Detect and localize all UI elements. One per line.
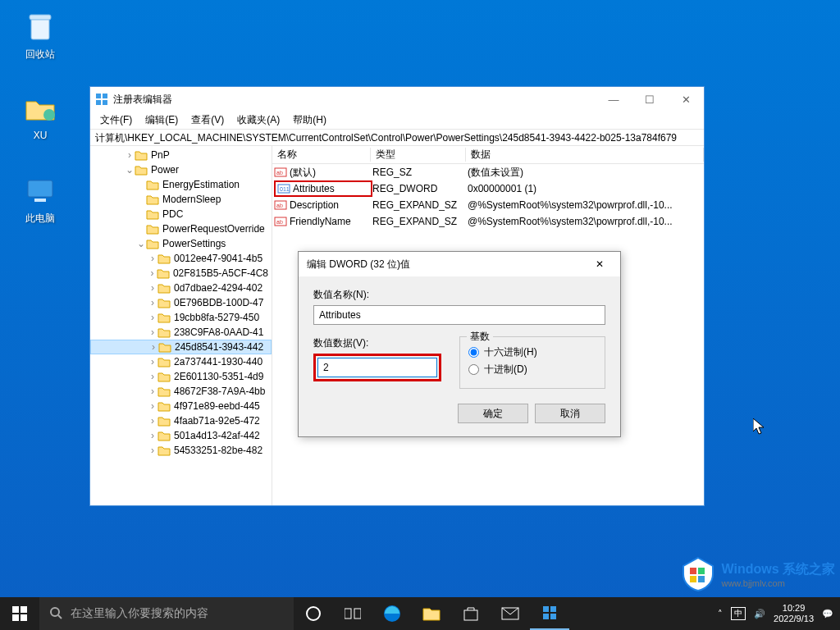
- tree-node[interactable]: ›54533251-82be-482: [90, 443, 272, 458]
- tree-twisty[interactable]: ›: [148, 312, 158, 323]
- tree-twisty[interactable]: ⌄: [136, 238, 146, 249]
- menu-view[interactable]: 查看(V): [186, 112, 229, 129]
- maximize-button[interactable]: ☐: [632, 87, 668, 112]
- store-icon[interactable]: [451, 597, 491, 630]
- tree-node[interactable]: ›48672F38-7A9A-4bb: [90, 384, 272, 399]
- radio-hex-input[interactable]: [468, 347, 479, 358]
- tree-twisty[interactable]: ›: [148, 253, 158, 264]
- tree-node[interactable]: ›02F815B5-A5CF-4C8: [90, 266, 272, 281]
- tree-node[interactable]: ModernSleep: [90, 192, 272, 207]
- tree-twisty[interactable]: ›: [148, 386, 158, 397]
- tree-twisty[interactable]: ›: [148, 282, 158, 294]
- tree-node[interactable]: ›2E601130-5351-4d9: [90, 369, 272, 384]
- value-data-input[interactable]: [317, 358, 437, 377]
- radio-hex[interactable]: 十六进制(H): [468, 345, 596, 359]
- tray-chevron-icon[interactable]: ˄: [718, 609, 723, 619]
- tree-node[interactable]: ›501a4d13-42af-442: [90, 428, 272, 443]
- close-button[interactable]: ✕: [668, 87, 704, 112]
- tree-twisty[interactable]: ›: [148, 445, 158, 456]
- tree-node-label: 02F815B5-A5CF-4C8: [173, 267, 268, 279]
- ime-icon[interactable]: 中: [731, 607, 746, 620]
- menu-help[interactable]: 帮助(H): [288, 112, 331, 129]
- cell-type: REG_EXPAND_SZ: [372, 216, 468, 227]
- mail-icon[interactable]: [491, 597, 530, 630]
- tree-twisty[interactable]: ›: [148, 356, 158, 368]
- cancel-button[interactable]: 取消: [535, 404, 605, 423]
- ok-button[interactable]: 确定: [458, 404, 528, 423]
- tree-node[interactable]: ›0012ee47-9041-4b5: [90, 251, 272, 266]
- tree-node[interactable]: ›19cbb8fa-5279-450: [90, 310, 272, 325]
- menu-file[interactable]: 文件(F): [95, 112, 137, 129]
- tree-twisty[interactable]: ›: [148, 415, 158, 427]
- tree-node[interactable]: ›4faab71a-92e5-472: [90, 413, 272, 428]
- taskview-icon[interactable]: [333, 597, 372, 630]
- list-row[interactable]: abFriendlyNameREG_EXPAND_SZ@%SystemRoot%…: [272, 213, 704, 230]
- list-row[interactable]: 011AttributesREG_DWORD0x00000001 (1): [272, 180, 704, 197]
- col-header-data[interactable]: 数据: [466, 148, 704, 162]
- tree-node[interactable]: ›238C9FA8-0AAD-41: [90, 325, 272, 340]
- notifications-icon[interactable]: 💬: [822, 609, 833, 619]
- list-header[interactable]: 名称 类型 数据: [272, 146, 704, 164]
- tree-node[interactable]: PDC: [90, 207, 272, 221]
- registry-tree[interactable]: ›PnP⌄PowerEnergyEstimationModernSleepPDC…: [90, 146, 272, 505]
- system-tray[interactable]: ˄ 中 🔊 10:29 2022/9/13 💬: [718, 597, 840, 630]
- tree-node[interactable]: ›4f971e89-eebd-445: [90, 399, 272, 413]
- tree-node[interactable]: EnergyEstimation: [90, 177, 272, 192]
- recycle-bin-label: 回收站: [10, 48, 71, 62]
- start-button[interactable]: [0, 597, 39, 630]
- tree-node[interactable]: ›0E796BDB-100D-47: [90, 295, 272, 310]
- cell-name: abFriendlyName: [274, 215, 372, 228]
- tree-twisty[interactable]: ›: [148, 267, 157, 279]
- folder-icon: [146, 179, 159, 190]
- desktop-icon-this-pc[interactable]: 此电脑: [10, 174, 71, 226]
- svg-rect-24: [345, 609, 351, 619]
- tree-twisty[interactable]: ›: [148, 400, 158, 412]
- dialog-close-button[interactable]: ✕: [587, 258, 612, 270]
- tree-node[interactable]: ›0d7dbae2-4294-402: [90, 281, 272, 295]
- tree-twisty[interactable]: ⌄: [125, 164, 135, 176]
- menu-favorites[interactable]: 收藏夹(A): [232, 112, 285, 129]
- tree-twisty[interactable]: ›: [125, 149, 135, 161]
- minimize-button[interactable]: —: [596, 87, 632, 112]
- clock[interactable]: 10:29 2022/9/13: [774, 603, 814, 624]
- cortana-icon[interactable]: [294, 597, 333, 630]
- value-name-input[interactable]: [313, 305, 605, 325]
- menu-edit[interactable]: 编辑(E): [140, 112, 183, 129]
- folder-icon: [158, 356, 171, 368]
- tree-node[interactable]: ⌄PowerSettings: [90, 236, 272, 251]
- cell-name: abDescription: [274, 199, 372, 212]
- radio-dec-input[interactable]: [468, 364, 479, 375]
- edge-icon[interactable]: [372, 597, 412, 630]
- tree-node[interactable]: ›245d8541-3943-442: [90, 340, 272, 354]
- search-icon: [49, 606, 62, 622]
- value-icon: ab: [274, 199, 287, 212]
- tree-twisty[interactable]: ›: [148, 430, 158, 441]
- col-header-name[interactable]: 名称: [272, 148, 371, 162]
- tree-twisty[interactable]: ›: [148, 297, 158, 308]
- tree-twisty[interactable]: ›: [148, 326, 158, 338]
- svg-rect-25: [354, 609, 361, 619]
- address-bar[interactable]: 计算机\HKEY_LOCAL_MACHINE\SYSTEM\CurrentCon…: [90, 130, 704, 146]
- search-box[interactable]: 在这里输入你要搜索的内容: [39, 597, 294, 630]
- regedit-taskbar-icon[interactable]: [530, 597, 569, 630]
- tree-node[interactable]: ›2a737441-1930-440: [90, 354, 272, 369]
- col-header-type[interactable]: 类型: [371, 148, 466, 162]
- tree-node[interactable]: PowerRequestOverride: [90, 221, 272, 236]
- volume-icon[interactable]: 🔊: [754, 609, 765, 619]
- list-row[interactable]: ab(默认)REG_SZ(数值未设置): [272, 164, 704, 180]
- tree-twisty[interactable]: ›: [148, 371, 158, 382]
- radio-dec[interactable]: 十进制(D): [468, 363, 596, 377]
- folder-icon: [158, 430, 171, 441]
- cell-data: 0x00000001 (1): [468, 183, 704, 194]
- tree-node[interactable]: ›PnP: [90, 148, 272, 162]
- list-row[interactable]: abDescriptionREG_EXPAND_SZ@%SystemRoot%\…: [272, 197, 704, 213]
- folder-icon: [146, 223, 159, 235]
- svg-point-21: [51, 608, 59, 616]
- tree-node[interactable]: ⌄Power: [90, 162, 272, 177]
- file-explorer-icon[interactable]: [412, 597, 451, 630]
- dialog-titlebar[interactable]: 编辑 DWORD (32 位)值 ✕: [299, 252, 620, 276]
- titlebar[interactable]: 注册表编辑器 — ☐ ✕: [90, 87, 704, 112]
- desktop-icon-recycle-bin[interactable]: 回收站: [10, 10, 71, 62]
- desktop-icon-xu-folder[interactable]: XU: [10, 92, 71, 141]
- tree-twisty[interactable]: ›: [148, 341, 158, 353]
